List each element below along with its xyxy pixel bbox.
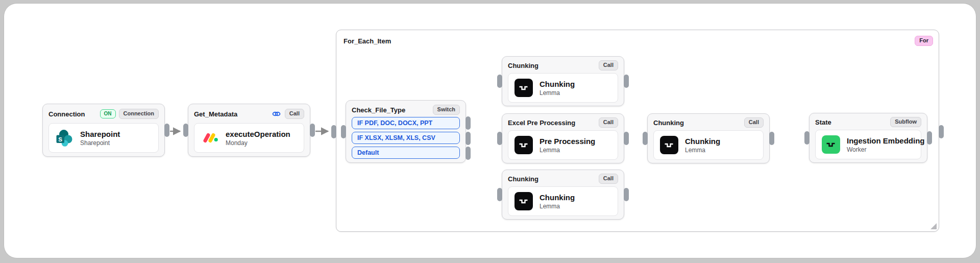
- input-handle[interactable]: [497, 75, 502, 88]
- node-type-badge: Subflow: [890, 117, 921, 127]
- node-type-badge: Call: [285, 109, 304, 119]
- input-handle[interactable]: [183, 124, 188, 137]
- case-pdf-output-handle[interactable]: [465, 116, 471, 130]
- svg-text:S: S: [58, 136, 62, 142]
- card-text: executeOperation Monday: [226, 130, 290, 146]
- group-title: For_Each_Item: [344, 37, 391, 45]
- node-title: State: [815, 118, 831, 126]
- node-title: Connection: [48, 110, 85, 118]
- output-handle[interactable]: [624, 188, 629, 201]
- output-handle[interactable]: [624, 132, 629, 145]
- node-connection[interactable]: Connection ON Connection S Sharepoint Sh…: [42, 104, 165, 157]
- node-chunking-bottom[interactable]: Chunking Call Chunking Lemma: [502, 170, 624, 220]
- card-sharepoint[interactable]: S Sharepoint Sharepoint: [48, 123, 159, 153]
- switch-case-pdf[interactable]: IF PDF, DOC, DOCX, PPT: [352, 117, 460, 129]
- monday-icon: [201, 129, 219, 147]
- lemma-icon: [514, 136, 533, 154]
- node-header: Excel Pre Processing Call: [508, 118, 618, 127]
- card-text: Pre Processing Lemma: [540, 137, 595, 153]
- node-header: State Subflow: [815, 117, 921, 127]
- case-default-output-handle[interactable]: [465, 147, 471, 160]
- card-subtitle: Lemma: [685, 147, 720, 153]
- group-resize-handle[interactable]: [930, 223, 937, 229]
- for-badge: For: [915, 36, 933, 46]
- output-handle[interactable]: [310, 124, 315, 137]
- input-handle[interactable]: [341, 125, 346, 138]
- group-output-handle[interactable]: [939, 125, 944, 138]
- input-handle[interactable]: [497, 188, 502, 201]
- card-monday[interactable]: executeOperation Monday: [194, 123, 304, 153]
- input-handle[interactable]: [497, 132, 502, 145]
- output-handle[interactable]: [927, 131, 932, 145]
- node-title: Excel Pre Processing: [508, 119, 575, 127]
- card-text: Sharepoint Sharepoint: [80, 130, 120, 146]
- node-title: Chunking: [653, 119, 684, 127]
- card-subtitle: Lemma: [540, 90, 575, 96]
- switch-case-default[interactable]: Default: [352, 147, 460, 159]
- node-header: Chunking Call: [653, 118, 764, 127]
- card-title: Chunking: [685, 137, 720, 146]
- card-title: executeOperation: [226, 130, 290, 138]
- card-lemma[interactable]: Chunking Lemma: [653, 130, 764, 160]
- lemma-icon: [514, 79, 533, 97]
- card-text: Chunking Lemma: [540, 80, 575, 96]
- card-title: Sharepoint: [80, 130, 120, 138]
- card-subtitle: Monday: [226, 140, 290, 146]
- case-xlsx-output-handle[interactable]: [465, 132, 471, 145]
- worker-icon: [822, 135, 840, 154]
- node-type-badge: Connection: [119, 109, 159, 119]
- node-get-metadata[interactable]: Get_Metadata Call executeOperation Monda…: [188, 104, 310, 157]
- sharepoint-icon: S: [55, 129, 74, 147]
- node-type-badge: Call: [599, 174, 618, 184]
- node-header: Get_Metadata Call: [194, 109, 304, 119]
- card-lemma[interactable]: Chunking Lemma: [508, 186, 618, 216]
- card-worker[interactable]: Ingestion Embedding Worker: [815, 130, 921, 159]
- card-lemma[interactable]: Chunking Lemma: [508, 73, 618, 103]
- on-toggle-badge[interactable]: ON: [100, 109, 116, 119]
- card-text: Chunking Lemma: [540, 193, 575, 209]
- switch-case-xlsx[interactable]: IF XLSX, XLSM, XLS, CSV: [352, 132, 460, 144]
- card-title: Chunking: [540, 80, 575, 88]
- card-subtitle: Lemma: [540, 203, 575, 209]
- input-handle[interactable]: [804, 131, 810, 145]
- node-chunking-top[interactable]: Chunking Call Chunking Lemma: [502, 56, 624, 106]
- node-title: Chunking: [508, 175, 538, 183]
- input-handle[interactable]: [643, 132, 648, 145]
- node-type-badge: Call: [599, 60, 618, 70]
- output-handle[interactable]: [164, 124, 169, 137]
- card-text: Ingestion Embedding Worker: [847, 136, 925, 153]
- node-type-badge: Call: [744, 117, 764, 128]
- card-subtitle: Lemma: [540, 147, 595, 153]
- card-title: Chunking: [540, 193, 575, 202]
- node-state[interactable]: State Subflow Ingestion Embedding Worker: [809, 113, 927, 163]
- node-title: Chunking: [508, 62, 538, 69]
- link-icon[interactable]: [272, 111, 281, 117]
- card-title: Pre Processing: [540, 137, 595, 146]
- node-type-badge: Call: [599, 117, 618, 128]
- card-lemma[interactable]: Pre Processing Lemma: [508, 130, 618, 160]
- card-subtitle: Worker: [847, 147, 925, 153]
- node-header: Chunking Call: [508, 61, 618, 70]
- workflow-stage: For_Each_Item For Connection ON Connecti…: [0, 0, 980, 263]
- node-title: Get_Metadata: [194, 110, 237, 118]
- card-subtitle: Sharepoint: [80, 140, 120, 146]
- card-text: Chunking Lemma: [685, 137, 720, 153]
- lemma-icon: [514, 192, 533, 210]
- group-input-handle[interactable]: [331, 125, 336, 138]
- card-title: Ingestion Embedding: [847, 136, 925, 145]
- node-header: Check_File_Type Switch: [352, 105, 460, 114]
- node-header: Chunking Call: [508, 174, 618, 183]
- node-header: Connection ON Connection: [48, 109, 159, 119]
- output-handle[interactable]: [769, 132, 774, 145]
- node-check-file-type[interactable]: Check_File_Type Switch IF PDF, DOC, DOCX…: [346, 100, 466, 163]
- node-title: Check_File_Type: [352, 106, 405, 114]
- node-chunking-mid[interactable]: Chunking Call Chunking Lemma: [647, 113, 770, 163]
- lemma-icon: [660, 136, 678, 154]
- node-excel-pre-processing[interactable]: Excel Pre Processing Call Pre Processing…: [502, 113, 624, 163]
- output-handle[interactable]: [624, 75, 629, 88]
- node-type-badge: Switch: [433, 105, 460, 115]
